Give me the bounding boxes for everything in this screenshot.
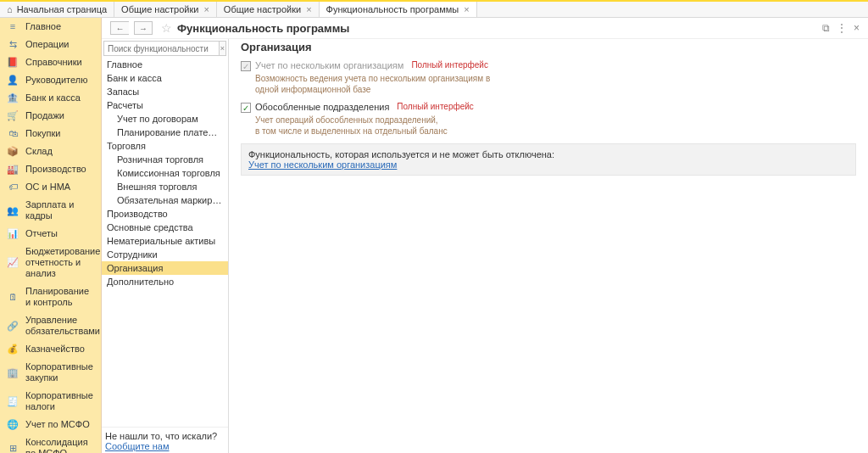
nav-forward-button[interactable]: →: [134, 21, 153, 35]
opt1-badge: Полный интерфейс: [411, 60, 488, 70]
sidebar-icon: 💰: [7, 344, 19, 355]
info-link[interactable]: Учет по нескольким организациям: [248, 159, 397, 170]
window-close-icon[interactable]: ×: [854, 22, 860, 34]
sidebar-label: Склад: [25, 146, 94, 157]
tab-home-label: Начальная страница: [17, 4, 107, 14]
sidebar-icon: 🗓: [7, 292, 19, 303]
sidebar-icon: 🛍: [7, 128, 19, 139]
sidebar-item-7[interactable]: 📦Склад: [0, 143, 101, 160]
sidebar-item-11[interactable]: 📊Отчеты: [0, 225, 101, 243]
footer-text: Не нашли то, что искали?: [105, 431, 217, 441]
tab-label: Общие настройки: [121, 4, 198, 14]
detail-panel: Организация ✓ Учет по нескольким организ…: [229, 39, 868, 453]
tree-node-13[interactable]: Нематериальные активы: [102, 234, 228, 248]
checkbox-subdivisions[interactable]: ✓: [241, 103, 251, 113]
sidebar-label: ОС и НМА: [25, 182, 94, 193]
sidebar-item-9[interactable]: 🏷ОС и НМА: [0, 178, 101, 196]
info-text: Функциональность, которая используется и…: [248, 149, 849, 159]
close-icon[interactable]: ×: [464, 4, 469, 14]
tree-node-6[interactable]: Торговля: [102, 139, 228, 153]
sidebar-label: Управление обязательствами: [25, 315, 100, 337]
close-icon[interactable]: ×: [306, 4, 311, 14]
tree-node-14[interactable]: Сотрудники: [102, 248, 228, 261]
opt2-label: Обособленные подразделения: [255, 102, 389, 112]
sidebar-item-19[interactable]: ⊞Консолидация по МСФО: [0, 433, 101, 453]
sidebar-label: Операции: [25, 39, 94, 50]
sidebar-item-15[interactable]: 💰Казначейство: [0, 340, 101, 358]
tree-node-8[interactable]: Комиссионная торговля: [102, 166, 228, 180]
sidebar-item-18[interactable]: 🌐Учет по МСФО: [0, 416, 101, 433]
sidebar-label: Казначейство: [25, 344, 94, 355]
sidebar-label: Руководителю: [25, 75, 94, 86]
favorite-icon[interactable]: ☆: [161, 21, 172, 35]
tree-node-2[interactable]: Запасы: [102, 85, 228, 98]
sidebar-icon: ⇆: [7, 39, 19, 50]
opt2-badge: Полный интерфейс: [397, 102, 474, 111]
sidebar: ≡Главное⇆Операции📕Справочники👤Руководите…: [0, 18, 102, 453]
sidebar-item-3[interactable]: 👤Руководителю: [0, 71, 101, 89]
tree-node-16[interactable]: Дополнительно: [102, 275, 228, 288]
sidebar-icon: 🏦: [7, 92, 19, 103]
tree-node-12[interactable]: Основные средства: [102, 221, 228, 234]
checkbox-multi-org: ✓: [241, 61, 251, 71]
sidebar-item-6[interactable]: 🛍Покупки: [0, 125, 101, 143]
sidebar-item-17[interactable]: 🧾Корпоративные налоги: [0, 387, 101, 416]
sidebar-label: Учет по МСФО: [25, 419, 94, 430]
link-icon[interactable]: ⧉: [822, 22, 830, 34]
sidebar-item-4[interactable]: 🏦Банк и касса: [0, 89, 101, 107]
tree-node-11[interactable]: Производство: [102, 207, 228, 221]
sidebar-label: Банк и касса: [25, 92, 94, 103]
sidebar-label: Продажи: [25, 110, 94, 121]
header: ← → ☆ Функциональность программы ⧉ ⋮ ×: [102, 18, 868, 39]
sidebar-item-5[interactable]: 🛒Продажи: [0, 107, 101, 125]
sidebar-item-2[interactable]: 📕Справочники: [0, 53, 101, 71]
sidebar-icon: 📕: [7, 57, 19, 68]
info-box: Функциональность, которая используется и…: [241, 143, 856, 176]
search-input[interactable]: [103, 41, 220, 56]
sidebar-item-1[interactable]: ⇆Операции: [0, 36, 101, 53]
nav-back-button[interactable]: ←: [110, 21, 129, 35]
sidebar-label: Покупки: [25, 128, 94, 139]
tab-1[interactable]: Общие настройки ×: [217, 2, 320, 17]
sidebar-icon: 👥: [7, 205, 19, 216]
sidebar-item-0[interactable]: ≡Главное: [0, 18, 101, 36]
sidebar-label: Отчеты: [25, 228, 94, 239]
tree-node-15[interactable]: Организация: [102, 261, 228, 275]
tree-node-5[interactable]: Планирование платежей: [102, 126, 228, 139]
tree-node-0[interactable]: Главное: [102, 58, 228, 71]
opt1-label: Учет по нескольким организациям: [255, 60, 403, 70]
sidebar-item-12[interactable]: 📈Бюджетирование, отчетность и анализ: [0, 243, 101, 282]
footer-link[interactable]: Сообщите нам: [105, 441, 170, 451]
tree-node-7[interactable]: Розничная торговля: [102, 153, 228, 166]
sidebar-icon: 📈: [7, 257, 19, 268]
tab-0[interactable]: Общие настройки ×: [114, 2, 217, 17]
sidebar-item-13[interactable]: 🗓Планирование и контроль: [0, 282, 101, 311]
tree-node-4[interactable]: Учет по договорам: [102, 112, 228, 126]
page-title: Функциональность программы: [177, 22, 349, 35]
sidebar-icon: 🏷: [7, 182, 19, 193]
sidebar-icon: 🔗: [7, 321, 19, 332]
sidebar-icon: 📊: [7, 228, 19, 239]
home-icon: ⌂: [7, 4, 13, 14]
sidebar-label: Главное: [25, 21, 94, 32]
tab-2[interactable]: Функциональность программы ×: [320, 2, 477, 17]
sidebar-icon: ⊞: [7, 443, 19, 454]
sidebar-item-10[interactable]: 👥Зарплата и кадры: [0, 196, 101, 225]
tree-node-3[interactable]: Расчеты: [102, 98, 228, 112]
sidebar-item-16[interactable]: 🏢Корпоративные закупки: [0, 358, 101, 387]
search-clear-button[interactable]: ×: [220, 41, 226, 56]
tree-node-9[interactable]: Внешняя торговля: [102, 180, 228, 193]
tab-label: Функциональность программы: [326, 4, 459, 14]
more-icon[interactable]: ⋮: [837, 22, 847, 34]
tab-home[interactable]: ⌂ Начальная страница: [0, 2, 114, 17]
section-title: Организация: [241, 41, 856, 53]
sidebar-icon: 🧾: [7, 396, 19, 407]
tree-node-10[interactable]: Обязательная маркировка: [102, 193, 228, 207]
sidebar-item-14[interactable]: 🔗Управление обязательствами: [0, 311, 101, 340]
sidebar-icon: 🌐: [7, 419, 19, 430]
close-icon[interactable]: ×: [203, 4, 209, 14]
sidebar-item-8[interactable]: 🏭Производство: [0, 160, 101, 178]
tree-node-1[interactable]: Банк и касса: [102, 71, 228, 85]
footer: Не нашли то, что искали? Сообщите нам: [102, 427, 228, 453]
opt1-desc: Возможность ведения учета по нескольким …: [255, 73, 856, 95]
